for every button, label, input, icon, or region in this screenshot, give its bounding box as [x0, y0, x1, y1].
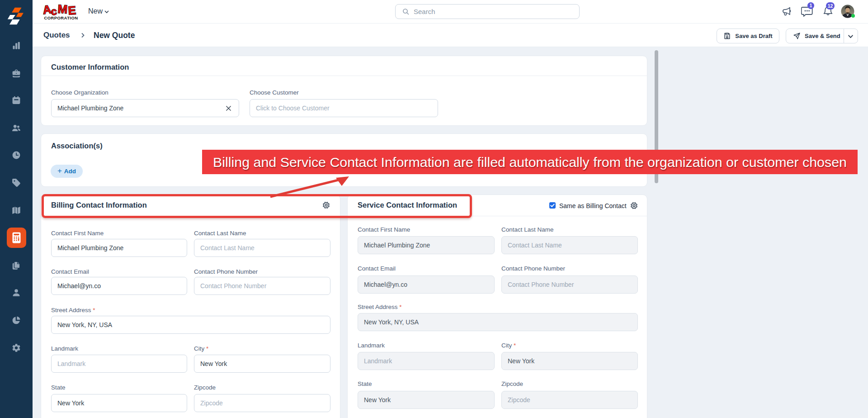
svg-text:CORPORATION: CORPORATION [44, 15, 78, 20]
svg-text:M: M [57, 2, 68, 16]
